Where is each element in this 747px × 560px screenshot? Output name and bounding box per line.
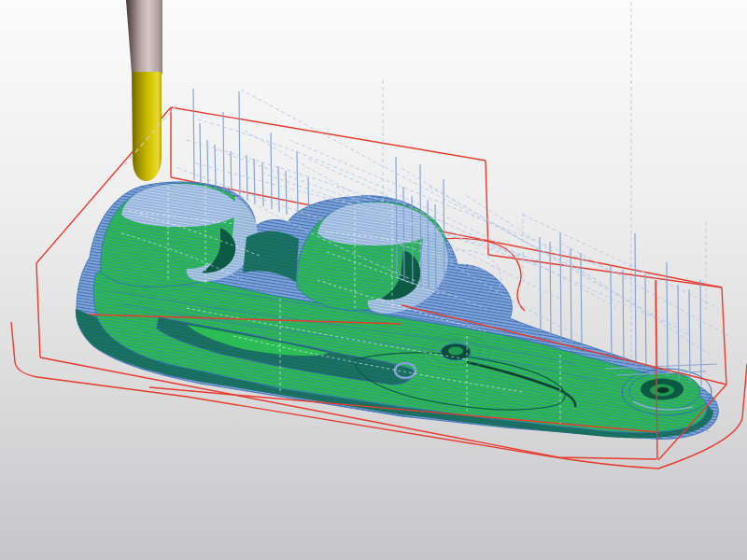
hole-floor (448, 347, 463, 356)
tool-holder (126, 0, 162, 74)
tool-shank (132, 72, 162, 181)
machining-scene[interactable] (0, 0, 747, 560)
big-end-boss[interactable] (622, 369, 712, 415)
center-hole (657, 387, 669, 393)
viewport-3d[interactable] (0, 0, 747, 560)
